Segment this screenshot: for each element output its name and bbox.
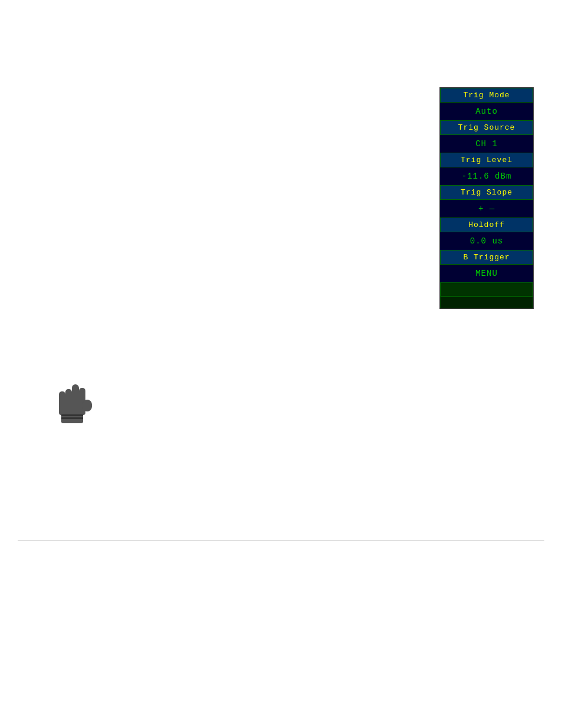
trigger-menu-panel: Trig Mode Auto Trig Source CH 1 Trig Lev… <box>439 87 534 309</box>
hand-pointer-icon <box>59 383 94 424</box>
svg-rect-8 <box>61 417 83 419</box>
trig-source-label[interactable]: Trig Source <box>440 120 533 135</box>
b-trigger-value[interactable]: MENU <box>440 265 533 282</box>
trig-source-value[interactable]: CH 1 <box>440 135 533 153</box>
holdoff-value[interactable]: 0.0 us <box>440 232 533 250</box>
divider-line <box>18 540 544 541</box>
holdoff-label[interactable]: Holdoff <box>440 218 533 232</box>
page-content: Trig Mode Auto Trig Source CH 1 Trig Lev… <box>0 0 562 728</box>
pointer-icon-container <box>59 383 94 424</box>
trig-level-value[interactable]: -11.6 dBm <box>440 167 533 185</box>
b-trigger-label[interactable]: B Trigger <box>440 250 533 265</box>
svg-rect-7 <box>61 414 83 416</box>
svg-rect-5 <box>82 400 92 411</box>
trig-slope-label[interactable]: Trig Slope <box>440 185 533 200</box>
svg-rect-4 <box>59 397 85 415</box>
trig-level-label[interactable]: Trig Level <box>440 153 533 167</box>
menu-empty-bar <box>440 297 533 308</box>
menu-bottom-bar <box>440 282 533 297</box>
trig-slope-value[interactable]: + — <box>440 200 533 218</box>
trig-mode-value[interactable]: Auto <box>440 103 533 120</box>
trig-mode-label[interactable]: Trig Mode <box>440 88 533 103</box>
